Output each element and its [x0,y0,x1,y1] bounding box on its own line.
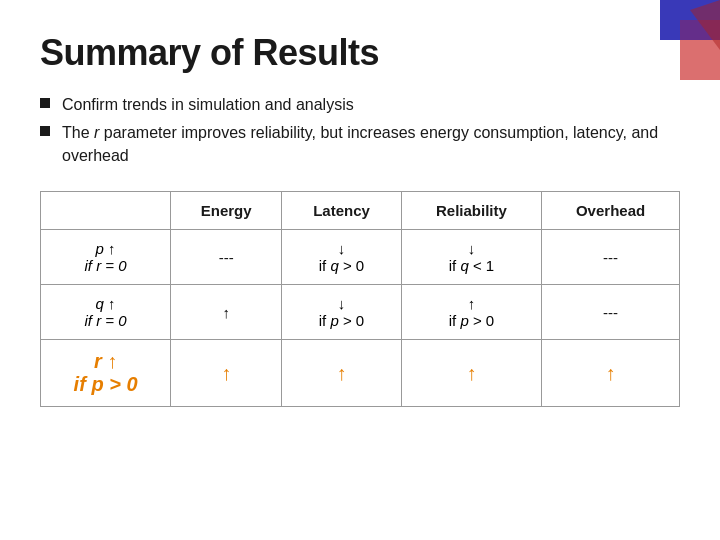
cell-energy-1: --- [171,230,282,285]
main-content: Summary of Results Confirm trends in sim… [0,0,720,427]
bullet-item-2: The r parameter improves reliability, bu… [40,122,680,167]
bullet-icon-1 [40,98,50,108]
col-header-energy: Energy [171,192,282,230]
cell-reliability-1: ↓if q < 1 [401,230,541,285]
bullet-icon-2 [40,126,50,136]
table-row: p ↑if r = 0 --- ↓if q > 0 ↓if q < 1 --- [41,230,680,285]
cell-latency-1: ↓if q > 0 [282,230,402,285]
page-title: Summary of Results [40,32,680,74]
table-row: q ↑if r = 0 ↑ ↓if p > 0 ↑if p > 0 --- [41,285,680,340]
cell-energy-3: ↑ [171,340,282,407]
cell-energy-2: ↑ [171,285,282,340]
col-header-empty [41,192,171,230]
results-table: Energy Latency Reliability Overhead p ↑i… [40,191,680,407]
cell-overhead-2: --- [542,285,680,340]
table-row: r ↑ if p > 0 ↑ ↑ ↑ ↑ [41,340,680,407]
row-label-3: r ↑ if p > 0 [41,340,171,407]
col-header-latency: Latency [282,192,402,230]
row-label-2: q ↑if r = 0 [41,285,171,340]
col-header-reliability: Reliability [401,192,541,230]
cell-reliability-2: ↑if p > 0 [401,285,541,340]
cell-latency-3: ↑ [282,340,402,407]
row-label-1: p ↑if r = 0 [41,230,171,285]
bullet-item-1: Confirm trends in simulation and analysi… [40,94,680,116]
cell-overhead-1: --- [542,230,680,285]
bullet-list: Confirm trends in simulation and analysi… [40,94,680,167]
cell-latency-2: ↓if p > 0 [282,285,402,340]
table-header-row: Energy Latency Reliability Overhead [41,192,680,230]
col-header-overhead: Overhead [542,192,680,230]
cell-overhead-3: ↑ [542,340,680,407]
cell-reliability-3: ↑ [401,340,541,407]
